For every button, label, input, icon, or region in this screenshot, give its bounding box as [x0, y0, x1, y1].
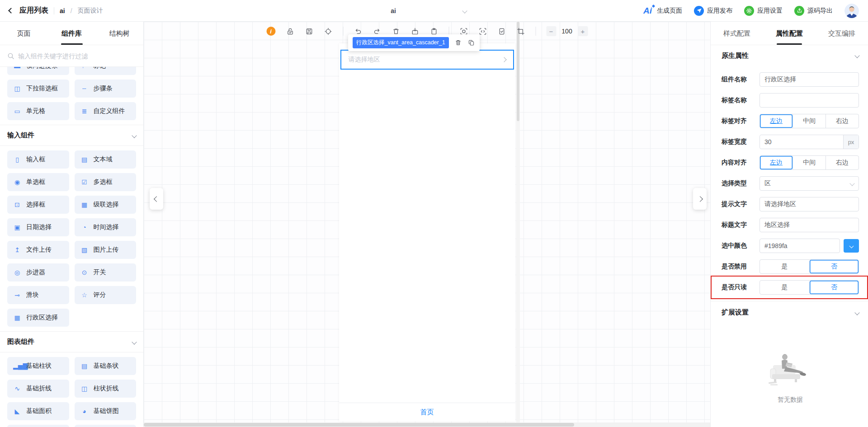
tab-interaction[interactable]: 交互编排: [816, 22, 868, 45]
canvas-next-button[interactable]: [693, 188, 707, 210]
lock-icon[interactable]: [286, 27, 294, 36]
component-item-line-chart[interactable]: ∿ 基础折线: [7, 380, 69, 398]
tab-pages[interactable]: 页面: [0, 22, 48, 45]
component-item-input[interactable]: ▯ 输入框: [7, 150, 69, 169]
horizontal-scrollbar-thumb[interactable]: [144, 423, 574, 427]
selected-color-input[interactable]: [760, 239, 840, 253]
color-picker-button[interactable]: [844, 239, 859, 253]
canvas-prev-button[interactable]: [150, 188, 163, 210]
component-item-steps[interactable]: ┄ 步骤条: [75, 80, 137, 98]
back-icon[interactable]: [8, 8, 14, 14]
section-native-props[interactable]: 原生属性: [722, 45, 859, 66]
component-item-slider[interactable]: ⊸ 滑块: [7, 286, 69, 304]
image-upload-icon: ▧: [80, 246, 89, 253]
component-item-rose-chart[interactable]: ◍ 玫瑰图: [7, 425, 69, 427]
component-name-input[interactable]: [760, 72, 859, 87]
component-item-hbar-chart[interactable]: ▤ 基础条状: [75, 357, 137, 375]
phone-preview[interactable]: 请选择地区 首页: [339, 43, 515, 422]
select-icon: ⊡: [13, 201, 21, 208]
save-icon[interactable]: [305, 27, 313, 36]
component-item-stepper[interactable]: ◎ 步进器: [7, 263, 69, 282]
search-input[interactable]: [18, 52, 136, 60]
tab-props-config[interactable]: 属性配置: [763, 22, 816, 45]
component-item-image-upload[interactable]: ▧ 图片上传: [75, 241, 137, 259]
disabled-yes[interactable]: 是: [760, 260, 809, 273]
selected-component-badge[interactable]: 行政区选择_vant_area_cascader_1: [353, 37, 449, 48]
component-item-checkbox[interactable]: ☑ 多选框: [75, 173, 137, 191]
tag-name-input[interactable]: [760, 93, 859, 108]
avatar[interactable]: [844, 4, 859, 18]
component-item-textarea[interactable]: ▤ 文本域: [75, 150, 137, 169]
canvas-vertical-scrollbar[interactable]: [516, 22, 520, 422]
component-item-pie-chart[interactable]: ◕ 基础饼图: [75, 402, 137, 420]
area-chart-icon: ◣: [13, 408, 21, 415]
component-item-horizontal-progress[interactable]: ▬ 横向进度条: [7, 67, 69, 75]
app-settings-button[interactable]: 应用设置: [744, 6, 783, 16]
component-item-date-picker[interactable]: ▣ 日期选择: [7, 218, 69, 236]
readonly-no[interactable]: 否: [809, 281, 859, 294]
back-button[interactable]: 应用列表: [19, 6, 48, 15]
content-align-left[interactable]: 左边: [760, 156, 793, 169]
generate-page-button[interactable]: Ai 生成页面: [643, 6, 682, 16]
zoom-in-button[interactable]: +: [578, 26, 588, 36]
code-scan-icon[interactable]: [478, 27, 487, 36]
vertical-scrollbar-thumb[interactable]: [517, 22, 519, 121]
component-item-dropdown-filter[interactable]: ◫ 下拉筛选框: [7, 80, 69, 98]
page-select[interactable]: ai: [316, 0, 470, 22]
component-item-cascader[interactable]: ▦ 级联选择: [75, 196, 137, 214]
selected-area-cascader-field[interactable]: 请选择地区: [340, 50, 514, 70]
delete-icon[interactable]: [454, 39, 462, 47]
tab-structure-tree[interactable]: 结构树: [95, 22, 143, 45]
component-item-cell[interactable]: ▭ 单元格: [7, 102, 69, 120]
bar-line-chart-icon: ◫: [80, 385, 89, 392]
tabbar-home[interactable]: 首页: [420, 408, 434, 417]
tab-style-config[interactable]: 样式配置: [711, 22, 763, 45]
label-align-right[interactable]: 右边: [826, 114, 859, 128]
disabled-no[interactable]: 否: [809, 260, 859, 273]
component-item-custom[interactable]: ≣ 自定义组件: [75, 102, 137, 120]
source-export-button[interactable]: 源码导出: [794, 6, 833, 16]
content-align-right[interactable]: 右边: [826, 156, 859, 169]
component-item-radio[interactable]: ◉ 单选框: [7, 173, 69, 191]
component-item-marker[interactable]: ⚑ 标记: [75, 67, 137, 75]
select-type-dropdown[interactable]: 区: [760, 176, 859, 191]
chevron-right-icon: [697, 196, 703, 202]
placeholder-text-input[interactable]: [760, 197, 859, 211]
component-item-radar-chart[interactable]: ◇ 雷达图: [75, 425, 137, 427]
label-align-center[interactable]: 中间: [793, 114, 826, 128]
component-item-bar-chart[interactable]: ▂▅▇ 基础柱状: [7, 357, 69, 375]
section-extend-settings[interactable]: 扩展设置: [711, 301, 868, 324]
tab-components[interactable]: 组件库: [48, 22, 96, 45]
group-header-input[interactable]: 输入组件: [0, 125, 143, 146]
target-icon[interactable]: [324, 27, 332, 36]
component-item-area-chart[interactable]: ◣ 基础面积: [7, 402, 69, 420]
label-align-left[interactable]: 左边: [760, 114, 793, 128]
component-item-select[interactable]: ⊡ 选择框: [7, 196, 69, 214]
component-item-file-upload[interactable]: ↥ 文件上传: [7, 241, 69, 259]
cascader-icon: ▦: [80, 201, 89, 208]
component-item-area-cascader[interactable]: ▦ 行政区选择: [7, 309, 69, 327]
design-canvas[interactable]: i: [144, 22, 710, 427]
field-selected-color: 选中颜色: [722, 239, 859, 253]
selection-toolbar: 行政区选择_vant_area_cascader_1: [348, 34, 480, 51]
info-icon[interactable]: i: [266, 27, 275, 36]
group-header-chart[interactable]: 图表组件: [0, 331, 143, 352]
zoom-out-button[interactable]: −: [546, 26, 556, 36]
frame-icon[interactable]: [516, 27, 525, 36]
steps-icon: ┄: [80, 85, 89, 92]
component-item-rate[interactable]: ☆ 评分: [75, 286, 137, 304]
copy-icon[interactable]: [467, 39, 475, 47]
component-item-bar-line-chart[interactable]: ◫ 柱状折线: [75, 380, 137, 398]
canvas-horizontal-scrollbar[interactable]: [144, 422, 710, 427]
breadcrumb-app[interactable]: ai: [60, 7, 65, 14]
readonly-yes[interactable]: 是: [760, 281, 809, 294]
content-align-center[interactable]: 中间: [793, 156, 826, 169]
doc-check-icon[interactable]: [497, 27, 506, 36]
component-item-time-picker[interactable]: ◔ 时间选择: [75, 218, 137, 236]
collapse-chevron-icon: [132, 133, 137, 138]
label-width-input[interactable]: [760, 135, 843, 149]
title-text-input[interactable]: [760, 218, 859, 232]
component-item-switch[interactable]: ⊙ 开关: [75, 263, 137, 282]
app-publish-button[interactable]: 应用发布: [694, 6, 732, 16]
hbar-chart-icon: ▤: [80, 362, 89, 370]
